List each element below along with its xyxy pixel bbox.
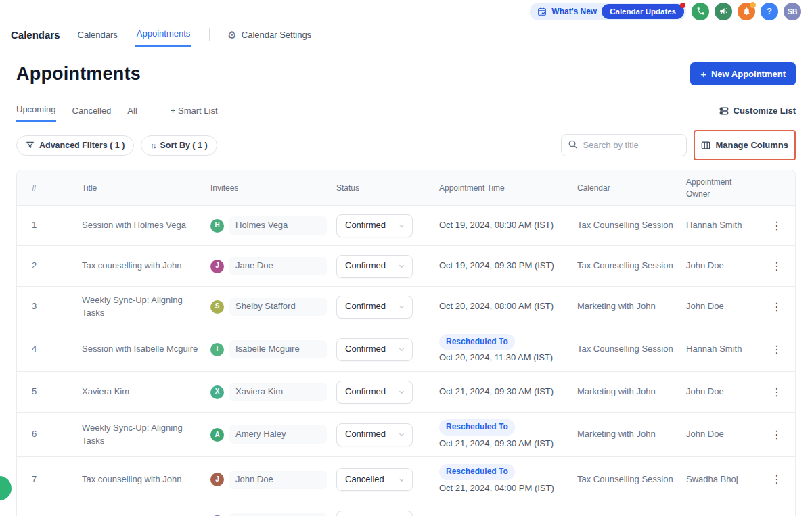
tab-upcoming[interactable]: Upcoming xyxy=(16,104,56,122)
status-cell: Confirmed xyxy=(336,296,439,319)
bell-icon xyxy=(742,7,751,16)
calendar-name: Tax Counselling Session xyxy=(577,473,686,486)
table-row: 6Weekly Sync-Up: Aligning TasksAAmery Ha… xyxy=(17,412,795,456)
row-menu-button[interactable]: ⋮ xyxy=(767,428,786,442)
tab-separator xyxy=(154,105,154,117)
invitee-name: John Doe xyxy=(229,471,327,489)
megaphone-icon xyxy=(719,7,728,16)
col-header-time: Appointment Time xyxy=(439,182,577,194)
invitee-avatar: J xyxy=(210,473,224,486)
phone-button[interactable] xyxy=(692,3,709,20)
whats-new-pill[interactable]: What's New Calendar Updates xyxy=(530,3,686,20)
row-menu-cell: ⋮ xyxy=(767,260,796,273)
invitee-name: Jane Doe xyxy=(229,257,327,275)
module-title: Calendars xyxy=(11,29,60,41)
table-row: 1Session with Holmes VegaHHolmes VegaCon… xyxy=(17,205,795,245)
advanced-filters-button[interactable]: Advanced Filters ( 1 ) xyxy=(16,135,134,156)
list-tabs-row: Upcoming Cancelled All + Smart List Cust… xyxy=(16,104,796,122)
appointment-time-cell: Oct 19, 2024, 09:30 PM (IST) xyxy=(439,260,577,273)
tab-cancelled[interactable]: Cancelled xyxy=(72,105,112,122)
nav-tab-appointments[interactable]: Appointments xyxy=(135,22,192,47)
invitee-avatar: X xyxy=(210,385,224,399)
appointment-title: Session with Isabelle Mcguire xyxy=(82,343,210,356)
user-avatar[interactable]: SB xyxy=(784,3,801,20)
invitee-avatar: H xyxy=(210,219,224,233)
invitee-name: Shelby Stafford xyxy=(229,298,327,316)
appointment-title: Tax counselling with John xyxy=(82,260,210,273)
row-menu-button[interactable]: ⋮ xyxy=(767,300,786,314)
help-button[interactable]: ? xyxy=(761,3,778,20)
status-dropdown[interactable]: Confirmed xyxy=(336,255,413,278)
notifications-button[interactable] xyxy=(738,3,755,20)
plus-icon: + xyxy=(700,68,706,80)
chevron-down-icon xyxy=(398,346,405,353)
col-header-invitees: Invitees xyxy=(210,182,336,194)
table-row: 2Tax counselling with JohnJJane DoeConfi… xyxy=(17,245,795,286)
calendar-edit-icon xyxy=(537,7,547,16)
calendar-name: Marketing with John xyxy=(577,385,686,398)
list-settings-icon xyxy=(719,106,729,116)
tab-all[interactable]: All xyxy=(127,105,137,122)
status-dropdown[interactable]: Confirmed xyxy=(336,423,413,446)
row-menu-button[interactable]: ⋮ xyxy=(767,343,786,356)
status-dropdown[interactable]: Confirmed xyxy=(336,338,413,361)
appointment-owner: Hannah Smith xyxy=(686,219,767,232)
invitee-avatar: A xyxy=(210,428,224,442)
manage-columns-button[interactable]: Manage Columns xyxy=(701,140,788,150)
appointment-time-cell: Oct 20, 2024, 08:00 AM (IST) xyxy=(439,300,577,313)
appointment-time-cell: Rescheduled ToOct 21, 2024, 04:00 PM (IS… xyxy=(439,464,577,494)
row-menu-button[interactable]: ⋮ xyxy=(767,385,786,399)
rescheduled-badge: Rescheduled To xyxy=(439,464,515,479)
appointment-owner: John Doe xyxy=(686,428,767,441)
appointment-time: Oct 21, 2024, 09:30 AM (IST) xyxy=(439,385,568,398)
appointment-time-cell: Rescheduled ToOct 21, 2024, 09:30 AM (IS… xyxy=(439,419,577,450)
chevron-down-icon xyxy=(398,431,405,438)
row-number: 7 xyxy=(32,473,82,486)
appointment-time: Oct 19, 2024, 09:30 PM (IST) xyxy=(439,260,568,273)
invitee-name: Reggie Jones xyxy=(229,513,327,516)
appointment-title: Xaviera Kim xyxy=(82,385,210,398)
status-cell: Confirmed xyxy=(336,214,439,237)
status-dropdown[interactable]: Confirmed xyxy=(336,296,413,319)
chevron-down-icon xyxy=(398,476,405,484)
col-header-title: Title xyxy=(82,182,210,194)
appointment-time: Oct 20, 2024, 08:00 AM (IST) xyxy=(439,300,568,313)
row-menu-button[interactable]: ⋮ xyxy=(767,219,786,233)
chevron-down-icon xyxy=(398,303,405,310)
calendar-updates-button[interactable]: Calendar Updates xyxy=(602,4,684,19)
customize-list-button[interactable]: Customize List xyxy=(719,105,796,122)
appointment-time: Oct 19, 2024, 08:30 AM (IST) xyxy=(439,219,568,232)
columns-icon xyxy=(701,141,710,150)
status-dropdown[interactable]: Confirmed xyxy=(336,214,413,237)
row-menu-button[interactable]: ⋮ xyxy=(767,473,786,486)
rescheduled-badge: Rescheduled To xyxy=(439,419,515,435)
phone-icon xyxy=(696,7,705,16)
appointment-time: Oct 21, 2024, 04:00 PM (IST) xyxy=(439,482,568,495)
announcements-button[interactable] xyxy=(715,3,732,20)
invitee-cell: AAmery Haley xyxy=(210,425,336,444)
status-dropdown[interactable]: Confirmed xyxy=(336,381,413,404)
row-number: 4 xyxy=(32,343,82,356)
new-appointment-button[interactable]: + New Appointment xyxy=(690,62,796,85)
rescheduled-badge: Rescheduled To xyxy=(439,334,515,350)
calendar-name: Tax Counselling Session xyxy=(577,343,686,356)
nav-calendar-settings[interactable]: ⚙ Calendar Settings xyxy=(227,30,311,40)
invitee-avatar: J xyxy=(210,260,224,273)
smart-list-button[interactable]: + Smart List xyxy=(171,105,218,122)
status-value: Confirmed xyxy=(345,428,386,441)
sort-by-button[interactable]: ↑↓ Sort By ( 1 ) xyxy=(141,135,217,156)
appointment-title: Weekly Sync-Up: Aligning Tasks xyxy=(82,294,210,320)
calendar-name: Marketing with John xyxy=(577,428,686,441)
chevron-down-icon xyxy=(398,388,405,396)
nav-divider xyxy=(209,28,210,41)
module-navbar: Calendars Calendars Appointments ⚙ Calen… xyxy=(0,22,812,47)
row-menu-button[interactable]: ⋮ xyxy=(767,260,786,273)
search-input[interactable] xyxy=(561,134,687,156)
nav-tab-calendars[interactable]: Calendars xyxy=(78,22,118,47)
calendar-name: Tax Counselling Session xyxy=(577,260,686,273)
appointment-title: Tax counselling with John xyxy=(82,473,210,486)
status-dropdown[interactable]: Confirmed xyxy=(336,511,413,516)
status-value: Confirmed xyxy=(345,385,386,398)
row-number: 2 xyxy=(32,260,82,273)
status-dropdown[interactable]: Cancelled xyxy=(336,468,413,491)
